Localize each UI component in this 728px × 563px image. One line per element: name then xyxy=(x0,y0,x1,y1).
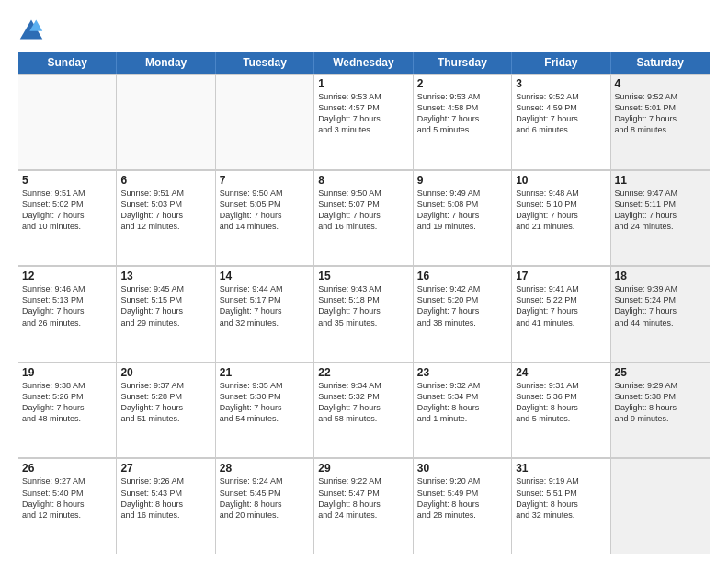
calendar-cell: 14Sunrise: 9:44 AM Sunset: 5:17 PM Dayli… xyxy=(216,266,314,362)
logo xyxy=(18,17,50,42)
day-number: 26 xyxy=(22,462,112,475)
cell-info: Sunrise: 9:27 AM Sunset: 5:40 PM Dayligh… xyxy=(22,476,112,521)
calendar-cell: 27Sunrise: 9:26 AM Sunset: 5:43 PM Dayli… xyxy=(117,458,215,554)
day-number: 4 xyxy=(615,77,706,90)
cell-info: Sunrise: 9:41 AM Sunset: 5:22 PM Dayligh… xyxy=(516,283,606,328)
day-number: 31 xyxy=(516,462,606,475)
calendar-week: 5Sunrise: 9:51 AM Sunset: 5:02 PM Daylig… xyxy=(18,170,710,267)
calendar-cell: 25Sunrise: 9:29 AM Sunset: 5:38 PM Dayli… xyxy=(611,362,710,458)
cell-info: Sunrise: 9:37 AM Sunset: 5:28 PM Dayligh… xyxy=(120,380,210,425)
weekday-header: Sunday xyxy=(18,52,117,74)
day-number: 9 xyxy=(417,174,507,187)
calendar-cell: 4Sunrise: 9:52 AM Sunset: 5:01 PM Daylig… xyxy=(611,74,710,169)
weekday-header: Monday xyxy=(117,52,215,74)
cell-info: Sunrise: 9:32 AM Sunset: 5:34 PM Dayligh… xyxy=(417,380,507,425)
cell-info: Sunrise: 9:50 AM Sunset: 5:05 PM Dayligh… xyxy=(220,188,310,233)
header xyxy=(18,17,710,42)
calendar-cell: 9Sunrise: 9:49 AM Sunset: 5:08 PM Daylig… xyxy=(414,170,512,266)
calendar-cell: 5Sunrise: 9:51 AM Sunset: 5:02 PM Daylig… xyxy=(18,170,117,266)
day-number: 24 xyxy=(516,366,606,379)
cell-info: Sunrise: 9:53 AM Sunset: 4:58 PM Dayligh… xyxy=(417,91,507,136)
day-number: 21 xyxy=(220,366,310,379)
calendar-header-row: SundayMondayTuesdayWednesdayThursdayFrid… xyxy=(18,52,710,74)
calendar-body: 1Sunrise: 9:53 AM Sunset: 4:57 PM Daylig… xyxy=(18,74,710,554)
cell-info: Sunrise: 9:20 AM Sunset: 5:49 PM Dayligh… xyxy=(417,476,507,521)
day-number: 6 xyxy=(120,174,210,187)
cell-info: Sunrise: 9:52 AM Sunset: 5:01 PM Dayligh… xyxy=(615,91,706,136)
calendar-cell xyxy=(216,74,314,169)
calendar-cell: 31Sunrise: 9:19 AM Sunset: 5:51 PM Dayli… xyxy=(512,458,610,554)
day-number: 23 xyxy=(417,366,507,379)
calendar-week: 19Sunrise: 9:38 AM Sunset: 5:26 PM Dayli… xyxy=(18,362,710,459)
weekday-header: Tuesday xyxy=(216,52,314,74)
day-number: 27 xyxy=(120,462,210,475)
calendar-cell xyxy=(117,74,215,169)
calendar-cell: 28Sunrise: 9:24 AM Sunset: 5:45 PM Dayli… xyxy=(216,458,314,554)
cell-info: Sunrise: 9:45 AM Sunset: 5:15 PM Dayligh… xyxy=(120,283,210,328)
calendar-cell: 26Sunrise: 9:27 AM Sunset: 5:40 PM Dayli… xyxy=(18,458,117,554)
day-number: 30 xyxy=(417,462,507,475)
calendar-cell: 20Sunrise: 9:37 AM Sunset: 5:28 PM Dayli… xyxy=(117,362,215,458)
day-number: 15 xyxy=(318,270,408,282)
day-number: 12 xyxy=(22,270,112,282)
cell-info: Sunrise: 9:48 AM Sunset: 5:10 PM Dayligh… xyxy=(516,188,606,233)
calendar-cell: 22Sunrise: 9:34 AM Sunset: 5:32 PM Dayli… xyxy=(314,362,413,458)
cell-info: Sunrise: 9:50 AM Sunset: 5:07 PM Dayligh… xyxy=(318,188,408,233)
cell-info: Sunrise: 9:46 AM Sunset: 5:13 PM Dayligh… xyxy=(22,283,112,328)
cell-info: Sunrise: 9:35 AM Sunset: 5:30 PM Dayligh… xyxy=(220,380,310,425)
calendar-cell: 10Sunrise: 9:48 AM Sunset: 5:10 PM Dayli… xyxy=(512,170,610,266)
day-number: 8 xyxy=(318,174,408,187)
cell-info: Sunrise: 9:53 AM Sunset: 4:57 PM Dayligh… xyxy=(318,91,408,136)
day-number: 3 xyxy=(516,77,606,90)
day-number: 20 xyxy=(120,366,210,379)
calendar-cell xyxy=(611,458,710,554)
calendar-cell: 12Sunrise: 9:46 AM Sunset: 5:13 PM Dayli… xyxy=(18,266,117,362)
calendar-cell xyxy=(18,74,117,169)
cell-info: Sunrise: 9:43 AM Sunset: 5:18 PM Dayligh… xyxy=(318,283,408,328)
calendar-cell: 1Sunrise: 9:53 AM Sunset: 4:57 PM Daylig… xyxy=(314,74,413,169)
calendar-cell: 8Sunrise: 9:50 AM Sunset: 5:07 PM Daylig… xyxy=(314,170,413,266)
day-number: 1 xyxy=(318,77,408,90)
page: SundayMondayTuesdayWednesdayThursdayFrid… xyxy=(0,0,728,563)
day-number: 14 xyxy=(220,270,310,282)
cell-info: Sunrise: 9:47 AM Sunset: 5:11 PM Dayligh… xyxy=(615,188,706,233)
day-number: 11 xyxy=(615,174,706,187)
calendar-cell: 17Sunrise: 9:41 AM Sunset: 5:22 PM Dayli… xyxy=(512,266,610,362)
cell-info: Sunrise: 9:51 AM Sunset: 5:03 PM Dayligh… xyxy=(120,188,210,233)
calendar-week: 12Sunrise: 9:46 AM Sunset: 5:13 PM Dayli… xyxy=(18,266,710,362)
calendar-cell: 15Sunrise: 9:43 AM Sunset: 5:18 PM Dayli… xyxy=(314,266,413,362)
calendar-cell: 30Sunrise: 9:20 AM Sunset: 5:49 PM Dayli… xyxy=(414,458,512,554)
day-number: 29 xyxy=(318,462,408,475)
cell-info: Sunrise: 9:31 AM Sunset: 5:36 PM Dayligh… xyxy=(516,380,606,425)
cell-info: Sunrise: 9:51 AM Sunset: 5:02 PM Dayligh… xyxy=(22,188,112,233)
calendar-week: 26Sunrise: 9:27 AM Sunset: 5:40 PM Dayli… xyxy=(18,458,710,554)
day-number: 2 xyxy=(417,77,507,90)
day-number: 28 xyxy=(220,462,310,475)
cell-info: Sunrise: 9:39 AM Sunset: 5:24 PM Dayligh… xyxy=(615,283,706,328)
cell-info: Sunrise: 9:44 AM Sunset: 5:17 PM Dayligh… xyxy=(220,283,310,328)
calendar-week: 1Sunrise: 9:53 AM Sunset: 4:57 PM Daylig… xyxy=(18,74,710,170)
cell-info: Sunrise: 9:24 AM Sunset: 5:45 PM Dayligh… xyxy=(220,476,310,521)
calendar-cell: 6Sunrise: 9:51 AM Sunset: 5:03 PM Daylig… xyxy=(117,170,215,266)
day-number: 17 xyxy=(516,270,606,282)
day-number: 5 xyxy=(22,174,112,187)
cell-info: Sunrise: 9:42 AM Sunset: 5:20 PM Dayligh… xyxy=(417,283,507,328)
cell-info: Sunrise: 9:49 AM Sunset: 5:08 PM Dayligh… xyxy=(417,188,507,233)
day-number: 7 xyxy=(220,174,310,187)
day-number: 18 xyxy=(615,270,706,282)
logo-icon xyxy=(18,17,44,42)
day-number: 10 xyxy=(516,174,606,187)
calendar-cell: 29Sunrise: 9:22 AM Sunset: 5:47 PM Dayli… xyxy=(314,458,413,554)
day-number: 22 xyxy=(318,366,408,379)
calendar-cell: 24Sunrise: 9:31 AM Sunset: 5:36 PM Dayli… xyxy=(512,362,610,458)
calendar-cell: 11Sunrise: 9:47 AM Sunset: 5:11 PM Dayli… xyxy=(611,170,710,266)
calendar-cell: 3Sunrise: 9:52 AM Sunset: 4:59 PM Daylig… xyxy=(512,74,610,169)
cell-info: Sunrise: 9:26 AM Sunset: 5:43 PM Dayligh… xyxy=(120,476,210,521)
calendar: SundayMondayTuesdayWednesdayThursdayFrid… xyxy=(18,52,710,554)
calendar-cell: 2Sunrise: 9:53 AM Sunset: 4:58 PM Daylig… xyxy=(414,74,512,169)
day-number: 19 xyxy=(22,366,112,379)
cell-info: Sunrise: 9:38 AM Sunset: 5:26 PM Dayligh… xyxy=(22,380,112,425)
calendar-cell: 23Sunrise: 9:32 AM Sunset: 5:34 PM Dayli… xyxy=(414,362,512,458)
weekday-header: Friday xyxy=(512,52,610,74)
calendar-cell: 19Sunrise: 9:38 AM Sunset: 5:26 PM Dayli… xyxy=(18,362,117,458)
